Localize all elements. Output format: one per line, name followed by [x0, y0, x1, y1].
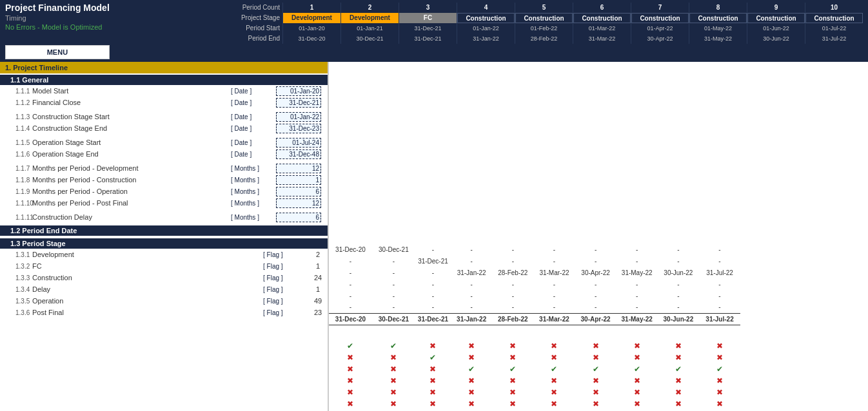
input-1-1-4[interactable]	[276, 124, 321, 133]
table-cell: -	[415, 267, 451, 278]
table-cell	[533, 178, 575, 189]
general-row-1-1-10: 1.1.10 Months per Period - Post Final [ …	[0, 197, 328, 209]
row-input[interactable]	[276, 213, 328, 222]
table-cell: -	[492, 290, 533, 301]
table-cell	[451, 112, 492, 124]
table-cell	[616, 112, 658, 124]
table-cell	[575, 329, 616, 340]
table-cell	[658, 97, 699, 108]
subsection-general-header: 1.1 General	[0, 75, 328, 85]
row-unit: [ Date ]	[231, 88, 276, 95]
input-1-1-11[interactable]	[276, 213, 321, 222]
row-count: 49	[308, 297, 328, 305]
table-cell	[575, 166, 616, 178]
table-cell	[616, 178, 658, 189]
row-input[interactable]	[276, 124, 328, 133]
table-cell	[616, 151, 658, 162]
row-label: Construction	[32, 274, 263, 282]
table-cell	[492, 97, 533, 108]
input-1-1-5[interactable]	[276, 138, 321, 148]
table-cell	[372, 73, 415, 85]
table-cell: -	[451, 301, 492, 313]
row-input[interactable]	[276, 198, 328, 208]
row-label: Operation Stage Start	[32, 139, 231, 146]
table-cell: 30-Jun-22	[658, 267, 699, 278]
table-cell	[616, 189, 658, 201]
row-input[interactable]	[276, 138, 328, 148]
app-status: No Errors - Model is Optimized	[5, 23, 110, 31]
table-cell: ✖	[492, 352, 533, 363]
table-row	[329, 85, 740, 97]
period-end-date: 30-Apr-22	[647, 33, 673, 44]
input-1-1-1[interactable]	[276, 86, 321, 96]
table-cell: ✖	[415, 363, 451, 375]
table-cell	[658, 232, 699, 244]
row-input[interactable]	[276, 112, 328, 122]
table-cell	[575, 124, 616, 135]
table-cell: ✖	[616, 387, 658, 398]
row-label: Months per Period - Operation	[32, 187, 231, 195]
table-cell	[492, 139, 533, 151]
table-cell	[372, 216, 415, 228]
table-cell: 31-Dec-21	[415, 313, 451, 325]
input-1-1-8[interactable]	[276, 175, 321, 185]
period-start-date: 01-May-22	[704, 23, 732, 33]
table-cell	[415, 97, 451, 108]
table-cell	[658, 189, 699, 201]
menu-button[interactable]: MENU	[5, 45, 110, 59]
table-cell	[533, 151, 575, 162]
header: Project Financing Model Timing No Errors…	[0, 0, 868, 62]
row-label: Construction Stage End	[32, 124, 231, 132]
row-input[interactable]	[276, 86, 328, 96]
row-input[interactable]	[276, 98, 328, 108]
row-input[interactable]	[276, 175, 328, 185]
table-cell: 31-Jul-22	[699, 313, 740, 325]
row-input[interactable]	[276, 164, 328, 173]
table-cell: ✖	[699, 375, 740, 387]
table-cell	[415, 124, 451, 135]
table-cell: 31-May-22	[616, 267, 658, 278]
general-row-1-1-7: 1.1.7 Months per Period - Development [ …	[0, 162, 328, 174]
input-1-1-6[interactable]	[276, 149, 321, 159]
input-1-1-7[interactable]	[276, 164, 321, 173]
row-input[interactable]	[276, 149, 328, 159]
table-cell: 31-Jan-22	[451, 313, 492, 325]
table-cell	[575, 73, 616, 85]
row-count: 23	[308, 309, 328, 316]
period-number: 1	[310, 3, 314, 13]
table-cell	[533, 62, 575, 73]
table-cell: ✖	[616, 398, 658, 410]
input-1-1-10[interactable]	[276, 198, 321, 208]
input-1-1-3[interactable]	[276, 112, 321, 122]
table-cell	[451, 97, 492, 108]
table-cell: -	[372, 278, 415, 290]
table-cell: -	[658, 255, 699, 267]
table-cell: -	[451, 278, 492, 290]
period-stage: Construction	[631, 13, 689, 23]
table-cell	[658, 73, 699, 85]
input-1-1-9[interactable]	[276, 187, 321, 196]
row-num: 1.1.5	[0, 139, 32, 146]
period-stage: Construction	[457, 13, 515, 23]
table-cell	[451, 151, 492, 162]
period-stage: Construction	[573, 13, 631, 23]
period-end-date: 28-Feb-22	[531, 33, 558, 44]
table-cell	[699, 166, 740, 178]
table-cell	[415, 189, 451, 201]
period-end-date: 31-Dec-21	[414, 33, 441, 44]
period-col-3: 3 FC 31-Dec-21 31-Dec-21	[399, 3, 457, 44]
input-1-1-2[interactable]	[276, 98, 321, 108]
table-cell: ✖	[575, 375, 616, 387]
stage-row-1-3-5: 1.3.5 Operation [ Flag ] 49	[0, 295, 328, 307]
subsection-period-stage: 1.3 Period Stage 1.3.1 Development [ Fla…	[0, 237, 328, 320]
row-count: 1	[308, 285, 328, 293]
table-cell: -	[533, 301, 575, 313]
row-input[interactable]	[276, 187, 328, 196]
period-stage: Development	[341, 13, 399, 23]
table-cell: -	[329, 301, 372, 313]
table-cell	[415, 216, 451, 228]
table-cell: -	[329, 267, 372, 278]
app-title: Project Financing Model	[5, 3, 110, 13]
table-cell: -	[372, 290, 415, 301]
table-row	[329, 201, 740, 213]
